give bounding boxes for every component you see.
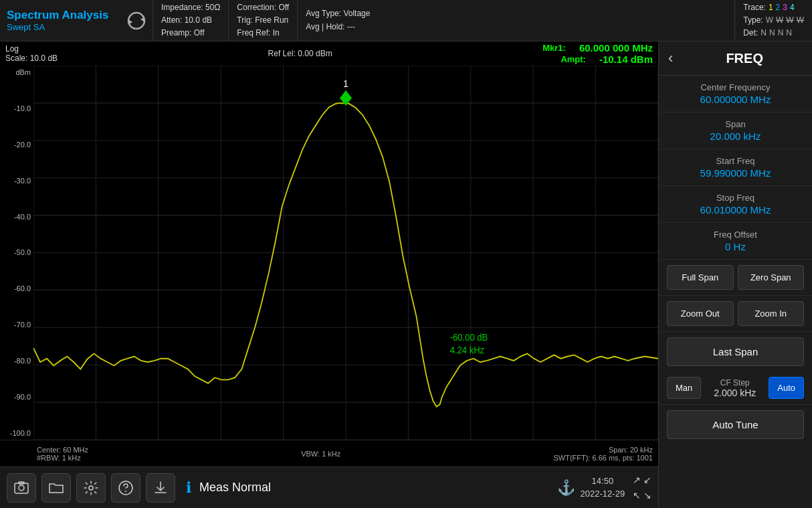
- y-label-20: -20.0: [0, 141, 31, 149]
- anchor-icon: ⚓: [557, 479, 575, 497]
- cf-step-value: 2.000 kHz: [705, 388, 765, 398]
- full-span-button[interactable]: Full Span: [667, 265, 734, 290]
- settings-button[interactable]: [76, 473, 106, 503]
- svg-point-28: [19, 485, 24, 491]
- span-value: 20.000 kHz: [667, 131, 804, 142]
- y-label-30: -30.0: [0, 177, 31, 185]
- center-freq-item[interactable]: Center Frequency 60.000000 MHz: [659, 76, 812, 112]
- download-button[interactable]: [146, 473, 175, 503]
- trig-label: Trig: Free Run: [237, 14, 289, 27]
- date-label: 2022-12-29: [581, 488, 625, 500]
- status-bar: Center: 60 MHz #RBW: 1 kHz VBW: 1 kHz Sp…: [0, 440, 658, 467]
- marker-ampt: -10.14 dBm: [599, 54, 653, 65]
- main-area: Log Scale: 10.0 dB Ref Lel: 0.00 dBm Mkr…: [0, 41, 812, 508]
- trace-3: 3: [783, 1, 787, 14]
- freq-offset-label: Freq Offset: [667, 230, 804, 240]
- datetime-display: 14:50 2022-12-29: [581, 475, 625, 499]
- info-icon: ℹ: [186, 479, 191, 497]
- svg-point-30: [89, 486, 93, 490]
- det-n1: N: [760, 27, 767, 39]
- marker-label: Mkr1:: [542, 43, 566, 53]
- span-label: Span: 20 kHz: [609, 446, 653, 454]
- type-w2: W: [776, 14, 783, 27]
- chart-svg: 1 -60.00 dB 4.24 kHz: [33, 66, 658, 440]
- trace-1: 1: [769, 1, 773, 14]
- marker-freq: 60.000 000 MHz: [579, 42, 653, 54]
- cf-step-row: Man CF Step 2.000 kHz Auto: [659, 371, 812, 405]
- freq-offset-value: 0 Hz: [667, 241, 804, 252]
- svg-text:-60.00 dB: -60.00 dB: [450, 333, 488, 343]
- start-freq-item[interactable]: Start Freq 59.990000 MHz: [659, 149, 812, 186]
- type-w4: W: [797, 14, 804, 27]
- center-freq-label: Center Frequency: [667, 82, 804, 92]
- preamp-label: Preamp: Off: [161, 27, 220, 39]
- app-subtitle: Swept SA: [7, 22, 114, 32]
- y-label-60: -60.0: [0, 284, 31, 292]
- right-panel: ‹ FREQ Center Frequency 60.000000 MHz Sp…: [658, 41, 812, 508]
- center-freq-value: 60.000000 MHz: [667, 94, 804, 105]
- avg-hold-label: Avg | Hold: ---: [306, 21, 370, 33]
- arrow-icons: ↗ ↙ ↖ ↘: [633, 473, 651, 503]
- help-button[interactable]: [111, 473, 140, 503]
- span-swt-info: Span: 20 kHz SWT(FFT): 6.66 ms, pts: 100…: [553, 446, 653, 462]
- y-label-100: -100.0: [0, 429, 31, 437]
- plot-info-bar: Log Scale: 10.0 dB Ref Lel: 0.00 dBm Mkr…: [0, 41, 658, 66]
- zoom-buttons-row: Zoom Out Zoom In: [659, 296, 812, 332]
- right-panel-header: ‹ FREQ: [659, 41, 812, 76]
- svg-marker-1: [128, 19, 132, 25]
- trace-2: 2: [776, 1, 781, 14]
- log-label: Log: [5, 44, 58, 54]
- det-n3: N: [778, 27, 784, 39]
- sync-icon: [120, 0, 153, 41]
- stop-freq-item[interactable]: Stop Freq 60.010000 MHz: [659, 186, 812, 223]
- cf-step-info: CF Step 2.000 kHz: [705, 378, 765, 398]
- span-buttons-row: Full Span Zero Span: [659, 260, 812, 296]
- start-freq-value: 59.990000 MHz: [667, 167, 804, 179]
- freq-offset-item[interactable]: Freq Offset 0 Hz: [659, 223, 812, 260]
- screenshot-button[interactable]: [7, 473, 36, 503]
- start-freq-label: Start Freq: [667, 156, 804, 166]
- header: Spectrum Analysis Swept SA Impedance: 50…: [0, 0, 812, 41]
- span-label: Span: [667, 119, 804, 129]
- type-w1: W: [766, 14, 773, 27]
- meas-normal-label: Meas Normal: [199, 481, 271, 495]
- center-rbw-info: Center: 60 MHz #RBW: 1 kHz: [37, 446, 88, 462]
- arrows-top: ↗ ↙: [633, 473, 651, 487]
- plot-container: Log Scale: 10.0 dB Ref Lel: 0.00 dBm Mkr…: [0, 41, 658, 508]
- zoom-out-button[interactable]: Zoom Out: [667, 301, 734, 326]
- time-label: 14:50: [592, 475, 614, 487]
- zero-span-button[interactable]: Zero Span: [738, 265, 805, 290]
- y-label-40: -40.0: [0, 213, 31, 221]
- last-span-button[interactable]: Last Span: [667, 337, 804, 366]
- trace-4: 4: [790, 1, 795, 14]
- arrows-bottom: ↖ ↘: [633, 488, 651, 503]
- svg-text:4.24 kHz: 4.24 kHz: [450, 345, 485, 355]
- cf-step-label: CF Step: [705, 378, 765, 388]
- plot-scale-info: Log Scale: 10.0 dB: [5, 44, 58, 63]
- auto-tune-button[interactable]: Auto Tune: [667, 410, 804, 439]
- back-button[interactable]: ‹: [664, 48, 677, 68]
- app-title-area: Spectrum Analysis Swept SA: [0, 0, 120, 41]
- man-button[interactable]: Man: [667, 377, 701, 399]
- marker-ampt-label: Ampt:: [561, 54, 586, 64]
- bottom-bar: ℹ Meas Normal ⚓ 14:50 2022-12-29 ↗ ↙ ↖ ↘: [0, 467, 658, 508]
- span-item[interactable]: Span 20.000 kHz: [659, 112, 812, 149]
- auto-button[interactable]: Auto: [769, 377, 804, 399]
- type-label: Type:: [743, 14, 763, 27]
- chart-area: 1 -60.00 dB 4.24 kHz: [33, 66, 658, 440]
- y-axis-labels: dBm -10.0 -20.0 -30.0 -40.0 -50.0 -60.0 …: [0, 66, 33, 440]
- header-trace: Trace: 1 2 3 4 Type: W W W W Det: N N N …: [734, 0, 812, 41]
- vbw-label: VBW: 1 kHz: [301, 450, 340, 458]
- stop-freq-label: Stop Freq: [667, 193, 804, 203]
- stop-freq-value: 60.010000 MHz: [667, 204, 804, 216]
- impedance-label: Impedance: 50Ω: [161, 1, 220, 14]
- atten-label: Atten: 10.0 dB: [161, 14, 220, 27]
- rbw-label: #RBW: 1 kHz: [37, 454, 88, 462]
- header-params: Impedance: 50Ω Atten: 10.0 dB Preamp: Of…: [153, 0, 228, 41]
- center-label: Center: 60 MHz: [37, 446, 88, 454]
- folder-button[interactable]: [41, 473, 71, 503]
- zoom-in-button[interactable]: Zoom In: [738, 301, 805, 326]
- header-avg: Avg Type: Voltage Avg | Hold: ---: [297, 0, 378, 41]
- header-correction: Correction: Off Trig: Free Run Freq Ref:…: [228, 0, 297, 41]
- swt-label: SWT(FFT): 6.66 ms, pts: 1001: [553, 454, 653, 462]
